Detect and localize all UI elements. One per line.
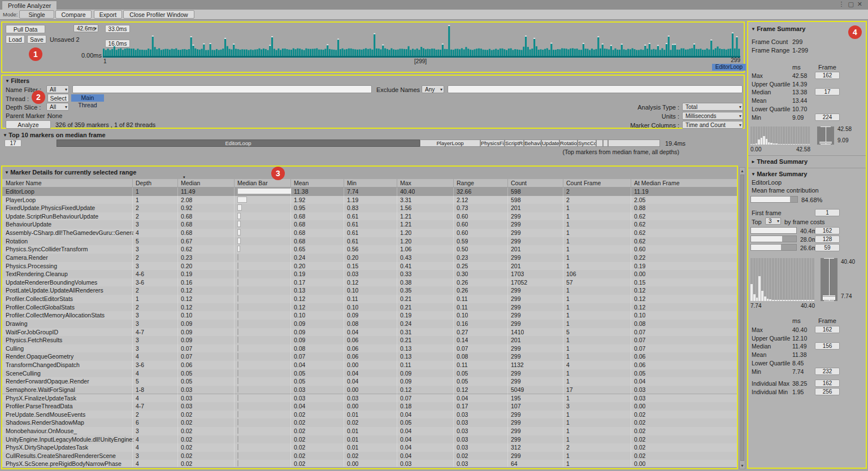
export-button[interactable]: Export	[94, 10, 122, 19]
frame-summary-title[interactable]: Frame Summary	[751, 25, 805, 32]
table-column-header[interactable]: Max	[400, 180, 411, 186]
table-row[interactable]: Physics.FetchResults30.090.090.060.210.1…	[2, 336, 737, 344]
analysis-type-dropdown[interactable]: Total	[682, 103, 743, 111]
top10-segment[interactable]: Behaviou(	[524, 139, 541, 147]
table-column-header[interactable]: Range	[457, 180, 474, 186]
table-row[interactable]: TextRendering.Cleanup4-60.190.190.030.33…	[2, 270, 737, 278]
frame-duration-chart[interactable]	[103, 24, 740, 58]
table-row[interactable]: BehaviourUpdate30.680.680.611.210.602991…	[2, 220, 737, 229]
table-column-header[interactable]: Count Frame	[566, 180, 601, 186]
mode-single-button[interactable]: Single	[19, 10, 54, 19]
table-row[interactable]: Physics.SyncColliderTransform30.620.650.…	[2, 245, 737, 254]
table-row[interactable]: EditorLoop111.4911.387.7440.4032.6659821…	[2, 187, 737, 196]
mode-compare-button[interactable]: Compare	[55, 10, 92, 19]
table-row[interactable]: Culling30.070.080.060.130.0729910.07	[2, 344, 737, 353]
analyze-button[interactable]: Analyze	[6, 120, 51, 129]
top10-segment[interactable]: Rotation	[559, 139, 578, 147]
load-button[interactable]: Load	[6, 35, 25, 43]
pull-data-button[interactable]: Pull Data	[6, 25, 45, 33]
top10-segment[interactable]: Update()	[541, 139, 559, 147]
depth-slice-dropdown[interactable]: All	[46, 103, 69, 111]
scrollbar-thumb[interactable]	[740, 175, 744, 461]
table-column-header[interactable]: Min	[347, 180, 357, 186]
thread-value-chip[interactable]: Main Thread	[71, 94, 104, 102]
exclude-mode-dropdown[interactable]: Any	[422, 85, 444, 93]
table-row[interactable]: PhysX.ScScene.preRigidBodyNarrowPhase40.…	[2, 460, 737, 467]
table-column-header[interactable]: Median Bar	[237, 180, 268, 186]
frame-summary-stat-frame-button[interactable]: 162	[815, 72, 840, 79]
exclude-names-input[interactable]	[448, 85, 743, 93]
top10-segment[interactable]: ScriptRu(	[505, 139, 524, 147]
filters-title[interactable]: Filters	[5, 77, 29, 84]
table-row[interactable]: SceneCulling40.050.050.040.090.0529910.0…	[2, 369, 737, 378]
top-cost-frame-button[interactable]: 59	[815, 244, 840, 251]
table-scrollbar[interactable]: ▲ ▼	[739, 167, 745, 469]
table-row[interactable]: Shadows.RenderShadowMap60.020.020.020.05…	[2, 418, 737, 427]
table-row[interactable]: Assembly-CSharp.dll!TheGamedevGuru::Gene…	[2, 229, 737, 237]
table-column-header[interactable]: Marker Name	[6, 180, 42, 186]
top10-segment[interactable]: PhysicsFixe(	[480, 139, 505, 147]
name-filter-mode-dropdown[interactable]: All	[46, 85, 69, 93]
name-filter-input[interactable]	[72, 85, 372, 93]
scrollbar-up-icon[interactable]: ▲	[740, 168, 745, 174]
top-costs-count-dropdown[interactable]: 3	[765, 217, 781, 225]
marker-details-title[interactable]: Marker Details for currently selected ra…	[5, 169, 136, 176]
table-row[interactable]: PlayerLoop12.081.921.193.312.1259822.05	[2, 196, 737, 204]
top-cost-frame-button[interactable]: 162	[815, 227, 840, 234]
table-row[interactable]: TransformChangedDispatch3-60.060.040.000…	[2, 361, 737, 369]
range-dropdown[interactable]: 42.6ms	[73, 24, 98, 32]
table-row[interactable]: PhysX.FinalizeUpdateTask40.030.030.030.0…	[2, 394, 737, 403]
table-column-header[interactable]: Median	[181, 180, 200, 186]
table-row[interactable]: PreUpdate.SendMouseEvents20.020.020.010.…	[2, 411, 737, 419]
table-row[interactable]: Physics.Processing30.200.200.150.410.252…	[2, 262, 737, 271]
top10-depth-button[interactable]: 17	[5, 139, 21, 147]
table-row[interactable]: Drawing30.090.090.080.240.1629910.08	[2, 320, 737, 328]
table-row[interactable]: PhysX.DirtyShapeUpdatesTask40.020.020.01…	[2, 443, 737, 452]
selected-marker-chip[interactable]: EditorLoop	[712, 64, 746, 71]
table-row[interactable]: Camera.Render20.230.240.200.430.2329910.…	[2, 254, 737, 262]
kebab-menu-icon[interactable]: ⋮	[838, 1, 848, 7]
table-column-header[interactable]: Mean	[294, 180, 309, 186]
save-button[interactable]: Save	[27, 35, 46, 43]
marker-summary-title[interactable]: Marker Summary	[751, 171, 807, 177]
table-row[interactable]: Profiler.CollectEditorStats10.120.120.11…	[2, 295, 737, 303]
close-icon[interactable]: ✕	[857, 1, 866, 7]
table-row[interactable]: RenderForwardOpaque.Render50.050.050.040…	[2, 377, 737, 386]
marker-columns-dropdown[interactable]: Time and Count	[682, 121, 743, 129]
top10-segment-editorloop[interactable]: EditorLoop	[57, 139, 420, 147]
table-row[interactable]: Rotation50.670.680.611.200.5929910.62	[2, 237, 737, 246]
top10-segment[interactable]	[608, 139, 660, 147]
table-row[interactable]: FixedUpdate.PhysicsFixedUpdate20.920.950…	[2, 204, 737, 212]
marker-summary-stat-frame-button[interactable]: 162	[815, 326, 840, 333]
frame-summary-stat-frame-button[interactable]: 17	[815, 88, 840, 95]
table-row[interactable]: Update.ScriptRunBehaviourUpdate20.680.68…	[2, 212, 737, 221]
marker-summary-stat-frame-button[interactable]: 232	[815, 368, 840, 375]
table-column-header[interactable]: At Median Frame	[634, 180, 680, 186]
thread-select-button[interactable]: Select	[47, 94, 69, 102]
top10-title[interactable]: Top 10 markers on median frame	[3, 132, 106, 138]
marker-summary-individual-frame-button[interactable]: 256	[815, 388, 840, 395]
top-cost-frame-button[interactable]: 128	[815, 236, 840, 243]
table-row[interactable]: Profiler.ParseThreadData4-70.030.040.000…	[2, 402, 737, 411]
maximize-icon[interactable]: ▢	[848, 1, 857, 7]
table-column-header[interactable]: Count	[511, 180, 527, 186]
table-column-header[interactable]: Depth	[136, 180, 151, 186]
top10-segment[interactable]	[596, 139, 603, 147]
units-dropdown[interactable]: Milliseconds	[682, 112, 743, 120]
table-row[interactable]: CullResults.CreateSharedRendererScene30.…	[2, 452, 737, 460]
table-row[interactable]: WaitForJobGroupID4-70.090.090.040.310.27…	[2, 328, 737, 337]
marker-summary-stat-frame-button[interactable]: 156	[815, 342, 840, 350]
marker-summary-individual-frame-button[interactable]: 162	[815, 380, 840, 387]
table-row[interactable]: UpdateRendererBoundingVolumes3-60.160.17…	[2, 278, 737, 287]
table-row[interactable]: Render.OpaqueGeometry40.070.070.060.130.…	[2, 352, 737, 361]
top10-segment[interactable]: PlayerLoop	[420, 139, 480, 147]
close-profiler-button[interactable]: Close Profiler Window	[123, 10, 194, 19]
frame-summary-stat-frame-button[interactable]: 224	[815, 114, 840, 121]
table-row[interactable]: UnityEngine.InputLegacyModule.dll!UnityE…	[2, 435, 737, 444]
table-row[interactable]: PostLateUpdate.UpdateAllRenderers20.120.…	[2, 286, 737, 295]
table-row[interactable]: Semaphore.WaitForSignal1-80.030.030.000.…	[2, 386, 737, 394]
thread-summary-title[interactable]: Thread Summary	[751, 158, 808, 165]
first-frame-button[interactable]: 1	[815, 209, 840, 216]
top10-segment[interactable]: SyncCol	[578, 139, 596, 147]
table-row[interactable]: Profiler.CollectMemoryAllocationStats30.…	[2, 311, 737, 320]
